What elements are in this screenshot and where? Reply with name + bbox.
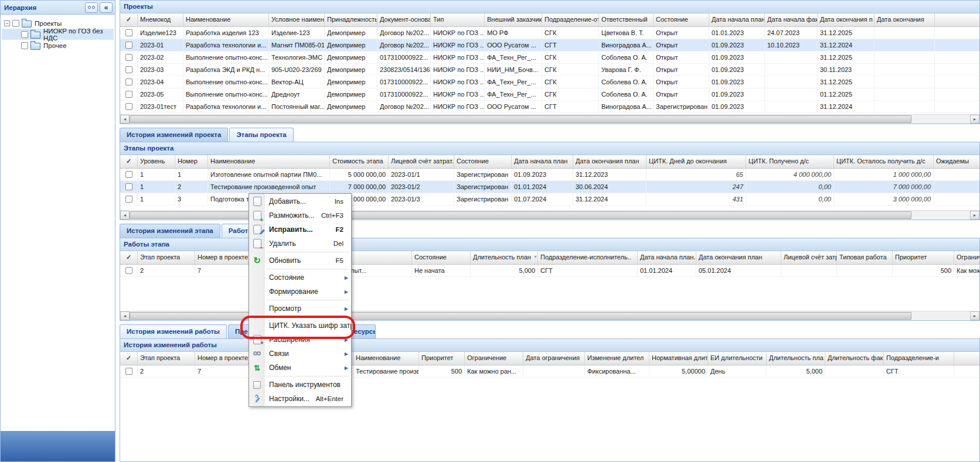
column-header[interactable]: Дата окончания	[874, 13, 935, 26]
column-header[interactable]: ЕИ длительности	[708, 352, 767, 365]
tree-checkbox[interactable]	[12, 20, 19, 27]
menu-item[interactable]: Настройки...Alt+Enter	[249, 392, 351, 406]
column-header[interactable]: Дата начала план.	[709, 13, 765, 26]
menu-item[interactable]: Панель инструментов	[249, 378, 351, 392]
row-checkbox[interactable]	[125, 183, 132, 190]
column-header[interactable]: Ограничение	[954, 251, 979, 264]
row-checkbox[interactable]	[125, 29, 132, 36]
row-checkbox[interactable]	[125, 103, 132, 110]
menu-item[interactable]: Исправить...F2	[249, 223, 351, 237]
tree-checkbox[interactable]	[21, 42, 28, 49]
column-header[interactable]: Ответственный	[599, 13, 654, 26]
scrollbar-thumb[interactable]	[130, 115, 911, 123]
menu-item[interactable]: Размножить...Ctrl+F3	[249, 208, 351, 223]
expander-icon[interactable]: −	[4, 20, 10, 26]
table-row[interactable]: 2023-03Разработка ЭКД и РКД н...905-U020…	[120, 64, 979, 76]
row-checkbox[interactable]	[125, 196, 132, 203]
column-header[interactable]: ✓	[120, 155, 138, 168]
search-button[interactable]	[85, 2, 98, 13]
column-header[interactable]: Нормативная длит	[649, 352, 708, 365]
column-header[interactable]: Дата окончания план	[573, 155, 646, 168]
table-row[interactable]: 11Изготовление опытной партии ПМ0...5 00…	[120, 169, 979, 181]
table-row[interactable]: 2023-01Разработка технологии и...Магнит …	[120, 39, 979, 52]
menu-item[interactable]: Просмотр▶	[249, 302, 351, 316]
column-header[interactable]	[935, 13, 979, 26]
tab-1[interactable]: История изменений этапа	[120, 224, 220, 238]
scrollbar-thumb[interactable]	[130, 312, 911, 320]
row-checkbox[interactable]	[125, 91, 132, 98]
column-header[interactable]: Условное наименова	[269, 13, 325, 26]
column-header[interactable]: Подразделение-и	[884, 352, 954, 365]
menu-item[interactable]: Состояние▶	[249, 271, 351, 285]
column-header[interactable]: Номер в проекте	[195, 352, 254, 365]
row-checkbox[interactable]	[125, 54, 132, 61]
tab-1[interactable]: История изменений проекта	[120, 128, 228, 142]
scrollbar-track[interactable]	[130, 115, 970, 124]
tree-item[interactable]: Прочее	[2, 40, 114, 51]
column-header[interactable]: Состояние	[412, 251, 471, 264]
row-checkbox[interactable]	[125, 267, 132, 274]
menu-item[interactable]: Добавить...Ins	[249, 194, 351, 208]
table-row[interactable]: 12Тестирование произведенной опыт7 000 0…	[120, 181, 979, 193]
column-header[interactable]: Дата начала план	[512, 155, 573, 168]
row-checkbox[interactable]	[125, 171, 132, 178]
row-checkbox[interactable]	[125, 368, 132, 375]
tree-item[interactable]: НИОКР по ГОЗ без НДС	[2, 29, 114, 40]
scroll-right-button[interactable]: ►	[970, 115, 979, 124]
tab-1[interactable]: История изменений работы	[120, 324, 227, 338]
column-header[interactable]: Лицевой счёт затр	[781, 251, 837, 264]
column-header[interactable]: Номер	[175, 155, 208, 168]
table-row[interactable]: 2023-04Выполнение опытно-конс...Вектор-А…	[120, 76, 979, 88]
menu-item[interactable]: Расширения▶	[249, 333, 351, 347]
scroll-right-button[interactable]: ►	[970, 312, 979, 320]
tree-checkbox[interactable]	[21, 31, 28, 38]
column-header[interactable]: Длительность фак	[825, 352, 884, 365]
column-header[interactable]: Состояние	[454, 155, 512, 168]
menu-item-citk-cost-code[interactable]: ЦИТК. Указать шифр затрат...	[249, 319, 351, 333]
column-header[interactable]: Принадлежность	[325, 13, 377, 26]
column-header[interactable]: Дата начала план.	[638, 251, 696, 264]
column-header[interactable]: ✓	[120, 352, 138, 365]
column-header[interactable]: Дата окончания п	[818, 13, 874, 26]
tab-2[interactable]: Этапы проекта	[229, 128, 293, 142]
column-header[interactable]: ЦИТК. Дней до окончания	[646, 155, 746, 168]
scroll-right-button[interactable]: ►	[970, 211, 979, 220]
scroll-left-button[interactable]: ◄	[120, 211, 130, 220]
horizontal-scrollbar[interactable]: ◄ ►	[120, 114, 979, 124]
column-header[interactable]: Подразделение-от	[542, 13, 599, 26]
scrollbar-thumb[interactable]	[130, 211, 911, 219]
column-header[interactable]: Приоритет	[893, 251, 954, 264]
column-header[interactable]: Документ-основан	[377, 13, 431, 26]
column-header[interactable]: ✓	[120, 251, 138, 264]
column-header[interactable]: Дата окончания план	[696, 251, 781, 264]
column-header[interactable]: Длительность план▼	[471, 251, 538, 264]
table-row[interactable]: 2023-05Выполнение опытно-конс...Дредноут…	[120, 88, 979, 101]
column-header[interactable]: Наименование	[183, 13, 269, 26]
column-header[interactable]: Длительность пла	[767, 352, 825, 365]
column-header[interactable]: Подразделение-исполнитель..	[538, 251, 638, 264]
scroll-left-button[interactable]: ◄	[120, 115, 130, 124]
column-header[interactable]: Ожидаемы	[934, 155, 979, 168]
scroll-left-button[interactable]: ◄	[120, 312, 130, 320]
column-header[interactable]: Состояние	[654, 13, 709, 26]
column-header[interactable]: Наименование	[353, 352, 419, 365]
row-checkbox[interactable]	[125, 66, 132, 73]
menu-item[interactable]: Формирование▶	[249, 285, 351, 299]
column-header[interactable]: Тип	[431, 13, 485, 26]
menu-item[interactable]: ↻ОбновитьF5	[249, 254, 351, 268]
column-header[interactable]: ЦИТК. Осталось получить д/с	[834, 155, 934, 168]
column-header[interactable]: Номер в проекте	[195, 251, 254, 264]
column-header[interactable]: Мнемокод	[138, 13, 183, 26]
table-row[interactable]: 2023-02Выполнение опытно-конс...Технолог…	[120, 52, 979, 64]
column-header[interactable]: ✓	[120, 13, 138, 26]
column-header[interactable]: Приоритет	[419, 352, 465, 365]
menu-item[interactable]: ⇅Обмен▶	[249, 361, 351, 375]
column-header[interactable]: Лицевой счёт затрат.	[389, 155, 454, 168]
menu-item[interactable]: УдалитьDel	[249, 237, 351, 251]
table-row[interactable]: Изделие123Разработка изделия 123Изделие-…	[120, 27, 979, 39]
column-header[interactable]: Изменение длител	[585, 352, 649, 365]
column-header[interactable]: Этап проекта	[138, 251, 195, 264]
column-header[interactable]: Ограничение	[465, 352, 523, 365]
collapse-button[interactable]: «	[100, 2, 113, 13]
column-header[interactable]: Внешний заказчик	[485, 13, 542, 26]
